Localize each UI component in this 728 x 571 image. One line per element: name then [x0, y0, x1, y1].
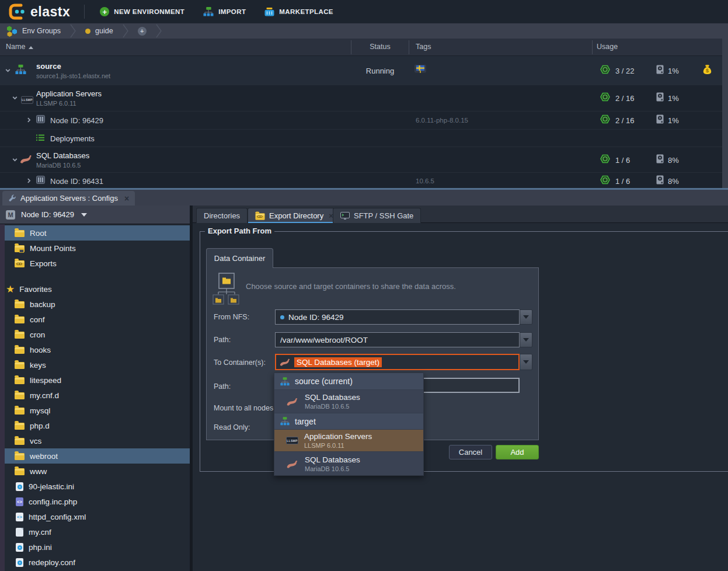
- breadcrumb-env-groups[interactable]: Env Groups: [0, 26, 67, 37]
- folder-icon: [15, 392, 25, 399]
- marketplace-icon: [264, 8, 274, 16]
- folder-icon: [15, 408, 25, 415]
- breadcrumb-chevron-icon: [123, 24, 128, 38]
- new-environment-button[interactable]: + NEW ENVIRONMENT: [90, 0, 194, 23]
- tab-app-servers-configs[interactable]: Application Servers : Configs ×: [2, 191, 135, 206]
- tree-item-mount-points[interactable]: Mount Points: [5, 241, 190, 256]
- column-divider: [351, 40, 351, 54]
- dropdown-item-sql-target[interactable]: SQL DatabasesMariaDB 10.6.5: [274, 452, 423, 475]
- from-nfs-combo[interactable]: Node ID: 96429: [275, 309, 532, 325]
- disk-value: 1%: [668, 116, 679, 125]
- config-tabs: Directories Export Directory × SFTP / SS…: [193, 206, 728, 223]
- column-header-tags[interactable]: Tags: [416, 43, 431, 51]
- path-field[interactable]: /var/www/webroot/ROOT: [275, 332, 520, 347]
- tree-item-config-inc-php[interactable]: config.inc.php: [5, 494, 190, 509]
- tree-item-litespeed[interactable]: litespeed: [5, 372, 190, 388]
- file-icon: [16, 528, 23, 537]
- chevron-right-icon[interactable]: [26, 115, 32, 126]
- dropdown-item-app-servers-target[interactable]: LLSMP Application ServersLLSMP 6.0.11: [274, 430, 423, 452]
- cloudlets-value: 2 / 16: [615, 94, 635, 103]
- column-divider: [592, 40, 593, 54]
- cloudlets-icon: [600, 175, 610, 187]
- cancel-button[interactable]: Cancel: [449, 445, 492, 459]
- cloudlets-icon: [600, 114, 610, 126]
- breadcrumb-group-guide[interactable]: guide: [79, 27, 119, 35]
- tree-item-cron[interactable]: cron: [5, 327, 190, 342]
- marketplace-button[interactable]: MARKETPLACE: [255, 0, 343, 23]
- region-flag-tag-icon[interactable]: [414, 64, 426, 76]
- close-icon[interactable]: ×: [124, 194, 129, 203]
- env-list-scrollbar[interactable]: [722, 39, 728, 188]
- env-row-source[interactable]: source source1.jls-sto1.elastx.net Runni…: [0, 56, 722, 85]
- cloudlets-value: 1 / 6: [615, 155, 630, 164]
- deployments-row[interactable]: Deployments: [0, 130, 722, 147]
- tree-item-hooks[interactable]: hooks: [5, 342, 190, 357]
- tree-scrollbar[interactable]: [0, 224, 5, 571]
- dropdown-group-target[interactable]: target: [274, 413, 423, 430]
- chevron-down-icon[interactable]: [5, 65, 11, 76]
- breadcrumb-chevron-icon: [156, 24, 162, 38]
- logo[interactable]: elastx: [0, 3, 78, 20]
- tree-item-90-jelastic-ini[interactable]: 90-jelastic.ini: [5, 479, 190, 494]
- billing-icon[interactable]: $: [703, 64, 712, 76]
- to-containers-combo[interactable]: SQL Databases (target): [275, 354, 532, 370]
- tree-item-backup[interactable]: backup: [5, 297, 190, 312]
- node-group-row-sql[interactable]: SQL Databases MariaDB 10.6.5 1 / 6 8%: [0, 147, 722, 173]
- path-combo[interactable]: /var/www/webroot/ROOT: [275, 332, 532, 347]
- mariadb-seal-icon: [286, 459, 299, 468]
- node-row-96431[interactable]: Node ID: 96431 10.6.5 1 / 6 8%: [0, 173, 722, 188]
- llsmp-icon: LLSMP: [286, 437, 298, 444]
- tree-item-keys[interactable]: keys: [5, 357, 190, 372]
- to-containers-dropdown: source (current) SQL DatabasesMariaDB 10…: [274, 372, 424, 476]
- dropdown-arrow-button[interactable]: [520, 332, 532, 347]
- node-name: Node ID: 96431: [50, 177, 103, 186]
- import-button[interactable]: IMPORT: [194, 0, 255, 23]
- column-header-usage[interactable]: Usage: [597, 43, 618, 51]
- chevron-down-icon[interactable]: [12, 93, 18, 103]
- version-tag: 10.6.5: [416, 177, 434, 184]
- tree-item-php-d[interactable]: php.d: [5, 418, 190, 433]
- env-table-body: source source1.jls-sto1.elastx.net Runni…: [0, 56, 722, 188]
- node-row-96429[interactable]: Node ID: 96429 6.0.11-php-8.0.15 2 / 16 …: [0, 112, 722, 130]
- dropdown-group-source[interactable]: source (current): [274, 373, 423, 390]
- cloudlets-value: 1 / 6: [615, 177, 630, 186]
- to-containers-field[interactable]: SQL Databases (target): [275, 354, 520, 370]
- tree-item-vcs[interactable]: vcs: [5, 433, 190, 448]
- import-icon: [203, 7, 214, 16]
- node-selector[interactable]: M Node ID: 96429: [0, 206, 190, 224]
- column-header-status[interactable]: Status: [351, 43, 409, 51]
- node-group-row-app-servers[interactable]: LLSMP Application Servers LLSMP 6.0.11 2…: [0, 85, 722, 112]
- disk-icon: [656, 114, 664, 126]
- plus-icon: +: [100, 7, 109, 16]
- dropdown-arrow-button[interactable]: [520, 354, 532, 370]
- tree-item-webroot[interactable]: webroot: [5, 448, 190, 464]
- column-divider: [409, 40, 409, 54]
- tree-item-php-ini[interactable]: php.ini: [5, 539, 190, 555]
- export-path-fieldset: Export Path From Data Container Choose s…: [200, 231, 728, 472]
- tree-item-httpd-config-xml[interactable]: httpd_config.xml: [5, 509, 190, 524]
- tree-item-www[interactable]: www: [5, 464, 190, 479]
- tree-item-root[interactable]: Root: [5, 225, 190, 241]
- tab-data-container[interactable]: Data Container: [206, 248, 273, 268]
- dropdown-item-sql-source[interactable]: SQL DatabasesMariaDB 10.6.5: [274, 390, 423, 413]
- from-nfs-field[interactable]: Node ID: 96429: [275, 309, 520, 325]
- column-header-name[interactable]: Name: [6, 43, 33, 51]
- chevron-right-icon[interactable]: [26, 176, 32, 186]
- folder-icon: [15, 377, 25, 384]
- breadcrumb-add-group-button[interactable]: +: [132, 27, 152, 36]
- tree-item-exports[interactable]: Exports: [5, 256, 190, 271]
- chevron-down-icon[interactable]: [12, 155, 18, 165]
- folder-icon: [15, 347, 25, 354]
- tab-directories[interactable]: Directories: [196, 208, 248, 223]
- tree-item-conf[interactable]: conf: [5, 312, 190, 327]
- tab-export-directory[interactable]: Export Directory ×: [248, 208, 341, 223]
- env-domain: source1.jls-sto1.elastx.net: [36, 72, 110, 79]
- tab-sftp-ssh-gate[interactable]: SFTP / SSH Gate: [333, 208, 421, 223]
- tree-item-my-cnf-d[interactable]: my.cnf.d: [5, 388, 190, 403]
- tree-item-redeploy-conf[interactable]: redeploy.conf: [5, 555, 190, 570]
- file-tree: Root Mount Points Exports ★Favorites bac…: [5, 225, 190, 570]
- tree-item-mysql[interactable]: mysql: [5, 403, 190, 418]
- tree-item-my-cnf[interactable]: my.cnf: [5, 524, 190, 539]
- dropdown-arrow-button[interactable]: [520, 309, 532, 325]
- add-button[interactable]: Add: [496, 445, 539, 459]
